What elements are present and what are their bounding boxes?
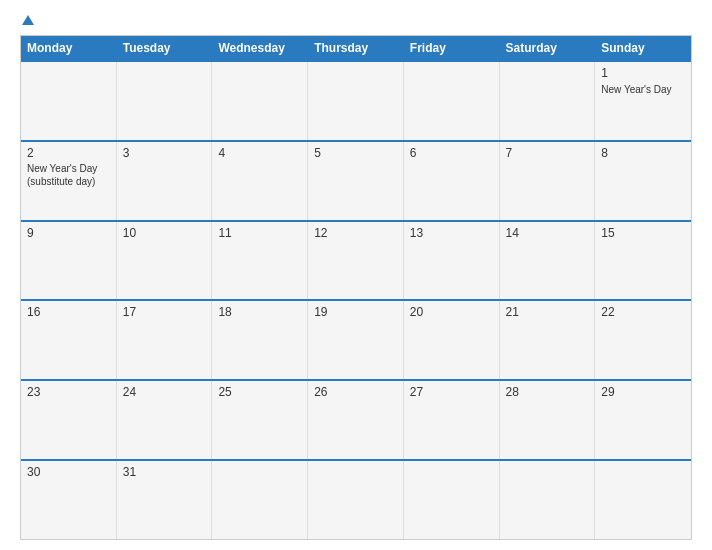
calendar-day-cell: 18 — [212, 301, 308, 379]
calendar-day-cell: 28 — [500, 381, 596, 459]
day-number: 17 — [123, 305, 206, 321]
calendar-day-cell: 14 — [500, 222, 596, 300]
day-number: 13 — [410, 226, 493, 242]
calendar-day-cell — [21, 62, 117, 140]
calendar-header-cell: Wednesday — [212, 36, 308, 60]
day-number: 29 — [601, 385, 685, 401]
calendar-day-cell — [308, 62, 404, 140]
day-event: New Year's Day (substitute day) — [27, 162, 110, 188]
calendar-header-cell: Saturday — [500, 36, 596, 60]
calendar-day-cell: 10 — [117, 222, 213, 300]
calendar-day-cell: 12 — [308, 222, 404, 300]
calendar-day-cell: 11 — [212, 222, 308, 300]
day-number: 31 — [123, 465, 206, 481]
day-number: 18 — [218, 305, 301, 321]
calendar-day-cell: 22 — [595, 301, 691, 379]
calendar-day-cell: 20 — [404, 301, 500, 379]
calendar-day-cell: 9 — [21, 222, 117, 300]
calendar-day-cell: 15 — [595, 222, 691, 300]
calendar-day-cell — [117, 62, 213, 140]
day-number: 2 — [27, 146, 110, 162]
calendar-day-cell: 5 — [308, 142, 404, 220]
calendar-day-cell: 4 — [212, 142, 308, 220]
day-number: 26 — [314, 385, 397, 401]
calendar-day-cell: 7 — [500, 142, 596, 220]
day-number: 8 — [601, 146, 685, 162]
calendar-day-cell: 19 — [308, 301, 404, 379]
calendar-body: 1New Year's Day2New Year's Day (substitu… — [21, 60, 691, 539]
calendar-day-cell: 1New Year's Day — [595, 62, 691, 140]
calendar-day-cell — [500, 461, 596, 539]
day-number: 23 — [27, 385, 110, 401]
day-number: 24 — [123, 385, 206, 401]
day-number: 21 — [506, 305, 589, 321]
calendar-header-cell: Friday — [404, 36, 500, 60]
page: MondayTuesdayWednesdayThursdayFridaySatu… — [0, 0, 712, 550]
calendar-day-cell: 8 — [595, 142, 691, 220]
calendar-day-cell: 30 — [21, 461, 117, 539]
calendar-header-cell: Tuesday — [117, 36, 213, 60]
calendar-week-row: 23242526272829 — [21, 379, 691, 459]
calendar-day-cell: 13 — [404, 222, 500, 300]
day-number: 10 — [123, 226, 206, 242]
calendar-day-cell: 23 — [21, 381, 117, 459]
day-number: 25 — [218, 385, 301, 401]
calendar-day-cell: 6 — [404, 142, 500, 220]
day-number: 5 — [314, 146, 397, 162]
calendar: MondayTuesdayWednesdayThursdayFridaySatu… — [20, 35, 692, 540]
day-number: 27 — [410, 385, 493, 401]
calendar-day-cell: 29 — [595, 381, 691, 459]
calendar-day-cell: 26 — [308, 381, 404, 459]
day-number: 1 — [601, 66, 685, 82]
calendar-week-row: 3031 — [21, 459, 691, 539]
calendar-header-row: MondayTuesdayWednesdayThursdayFridaySatu… — [21, 36, 691, 60]
calendar-day-cell — [404, 62, 500, 140]
day-number: 15 — [601, 226, 685, 242]
day-number: 16 — [27, 305, 110, 321]
calendar-week-row: 9101112131415 — [21, 220, 691, 300]
calendar-day-cell: 24 — [117, 381, 213, 459]
calendar-day-cell — [500, 62, 596, 140]
logo — [20, 15, 34, 27]
calendar-week-row: 2New Year's Day (substitute day)345678 — [21, 140, 691, 220]
day-event: New Year's Day — [601, 83, 685, 96]
day-number: 4 — [218, 146, 301, 162]
calendar-day-cell: 2New Year's Day (substitute day) — [21, 142, 117, 220]
day-number: 6 — [410, 146, 493, 162]
calendar-day-cell — [212, 62, 308, 140]
calendar-day-cell: 25 — [212, 381, 308, 459]
calendar-day-cell — [212, 461, 308, 539]
calendar-day-cell: 21 — [500, 301, 596, 379]
calendar-header-cell: Thursday — [308, 36, 404, 60]
day-number: 3 — [123, 146, 206, 162]
calendar-day-cell: 17 — [117, 301, 213, 379]
day-number: 22 — [601, 305, 685, 321]
calendar-day-cell — [595, 461, 691, 539]
calendar-week-row: 1New Year's Day — [21, 60, 691, 140]
header — [20, 15, 692, 27]
calendar-day-cell: 16 — [21, 301, 117, 379]
day-number: 11 — [218, 226, 301, 242]
day-number: 20 — [410, 305, 493, 321]
day-number: 12 — [314, 226, 397, 242]
day-number: 28 — [506, 385, 589, 401]
calendar-header-cell: Sunday — [595, 36, 691, 60]
calendar-day-cell — [308, 461, 404, 539]
calendar-week-row: 16171819202122 — [21, 299, 691, 379]
day-number: 30 — [27, 465, 110, 481]
calendar-day-cell: 3 — [117, 142, 213, 220]
day-number: 19 — [314, 305, 397, 321]
calendar-day-cell: 27 — [404, 381, 500, 459]
day-number: 7 — [506, 146, 589, 162]
calendar-day-cell: 31 — [117, 461, 213, 539]
day-number: 9 — [27, 226, 110, 242]
logo-triangle-icon — [22, 15, 34, 25]
calendar-day-cell — [404, 461, 500, 539]
calendar-header-cell: Monday — [21, 36, 117, 60]
day-number: 14 — [506, 226, 589, 242]
